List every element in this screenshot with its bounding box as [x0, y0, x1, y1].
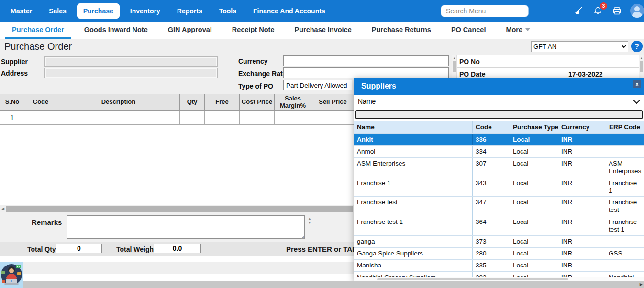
item-cell-qty[interactable]	[180, 111, 205, 125]
address-label: Address	[1, 69, 28, 77]
remarks-label: Remarks	[32, 218, 62, 226]
window-horizontal-scrollbar[interactable]: ▶	[0, 281, 644, 288]
nav-item-reports[interactable]: Reports	[171, 3, 209, 19]
tab-po-cancel[interactable]: PO Cancel	[444, 22, 493, 39]
nav-item-master[interactable]: Master	[4, 3, 38, 19]
supplier-row[interactable]: Nandhini Grocery Suppliers 282 Local INR…	[354, 272, 644, 277]
scrollbar-thumb[interactable]	[6, 206, 353, 212]
supplier-row[interactable]: Franchise test 347 Local INR Franchise t…	[354, 197, 644, 216]
suppliers-table: Name Code Purchase Type Currency ERP Cod…	[354, 121, 644, 277]
nav-item-tools[interactable]: Tools	[213, 3, 243, 19]
supplier-row[interactable]: Franchise 1 343 Local INR Franchise 1	[354, 177, 644, 197]
page-title: Purchase Order	[4, 41, 72, 52]
avatar-body-shape	[632, 12, 642, 18]
scroll-left-arrow-icon[interactable]: ◀	[0, 207, 6, 211]
supplier-row[interactable]: Ganga Spice Suppliers 280 Local INR GSS	[354, 248, 644, 260]
chat-avatar-illustration	[0, 262, 23, 288]
supplier-currency-cell: INR	[558, 197, 606, 216]
nav-item-purchase[interactable]: Purchase	[77, 3, 120, 19]
type-of-po-select[interactable]: Part Delivery Allowed	[283, 80, 352, 90]
supplier-currency-cell: INR	[558, 177, 606, 197]
help-icon[interactable]: ?	[631, 41, 643, 52]
supplier-row[interactable]: Franchise test 1 364 Local INR Franchise…	[354, 216, 644, 236]
supplier-label: Supplier	[1, 58, 28, 66]
item-cell-sales-margin[interactable]	[275, 111, 311, 125]
supplier-row[interactable]: Ankit 336 Local INR	[354, 134, 644, 146]
close-icon[interactable]: x	[633, 80, 641, 88]
textarea-spinner-icons[interactable]: ▲▼	[307, 216, 312, 225]
support-chat-widget[interactable]	[0, 262, 23, 288]
items-table-header: S.No Code Description Qty Free Cost Pric…	[0, 94, 355, 111]
scroll-right-arrow-icon[interactable]: ▶	[640, 282, 643, 287]
tab-receipt-note[interactable]: Receipt Note	[225, 22, 281, 39]
theme-brush-icon[interactable]	[573, 5, 584, 17]
supplier-erp-code-cell	[606, 236, 644, 247]
tab-purchase-returns[interactable]: Purchase Returns	[365, 22, 438, 39]
nav-item-finance-and-accounts[interactable]: Finance And Accounts	[247, 3, 332, 19]
supplier-name-cell: ASM Enterprises	[354, 158, 473, 177]
supplier-row[interactable]: ganga 373 Local INR	[354, 236, 644, 248]
tab-goods-inward-note[interactable]: Goods Inward Note	[78, 22, 155, 39]
scrollbar-thumb[interactable]	[377, 278, 568, 280]
po-date-value: 17-03-2022	[568, 70, 639, 78]
total-weight-field[interactable]	[154, 244, 201, 253]
supplier-filter-select[interactable]: Name	[354, 95, 644, 108]
scroll-up-arrow-icon[interactable]: ▲	[639, 55, 644, 61]
item-cell-cost-price[interactable]	[240, 111, 275, 125]
po-items-table: S.No Code Description Qty Free Cost Pric…	[0, 94, 355, 125]
supplier-code-cell: 364	[473, 216, 510, 235]
supplier-name-cell: Manisha	[354, 260, 473, 271]
remarks-textarea[interactable]	[67, 215, 305, 239]
supplier-row[interactable]: ASM Enterprises 307 Local INR ASM Enterp…	[354, 158, 644, 177]
keyboard-hint-text: Press ENTER or TAB t	[286, 245, 362, 253]
chevron-down-icon	[525, 28, 530, 31]
supplier-row[interactable]: Anmol 334 Local INR	[354, 146, 644, 158]
notification-count-badge: 3	[600, 2, 607, 10]
company-select[interactable]: GFT AN	[531, 41, 628, 52]
popup-horizontal-scrollbar[interactable]	[354, 277, 644, 281]
total-qty-label: Total Qty	[27, 245, 56, 253]
tab-purchase-invoice[interactable]: Purchase Invoice	[288, 22, 358, 39]
supplier-row[interactable]: Manisha 335 Local INR	[354, 260, 644, 272]
supplier-search-input[interactable]	[355, 110, 643, 119]
col-header-sno: S.No	[0, 94, 24, 111]
supplier-field[interactable]	[44, 56, 218, 67]
supplier-col-purchase-type: Purchase Type	[510, 121, 558, 133]
totals-bar: Total Qty Total Weight Press ENTER or TA…	[0, 242, 354, 256]
item-cell-description[interactable]	[57, 111, 180, 125]
item-cell-sell-price[interactable]	[311, 111, 355, 125]
item-row-1[interactable]: 1	[0, 111, 355, 125]
supplier-currency-cell: INR	[558, 134, 606, 145]
supplier-currency-cell: INR	[558, 216, 606, 235]
items-horizontal-scrollbar[interactable]: ◀	[0, 205, 354, 212]
total-qty-field[interactable]	[56, 244, 102, 253]
resize-grip-icon[interactable]: ◢	[300, 235, 304, 240]
supplier-name-cell: Ankit	[354, 134, 473, 145]
scrollbar-thumb[interactable]	[640, 61, 643, 72]
col-header-free: Free	[205, 94, 240, 111]
nav-item-inventory[interactable]: Inventory	[124, 3, 167, 19]
nav-item-sales[interactable]: Sales	[43, 3, 73, 19]
supplier-erp-code-cell: Franchise 1	[606, 177, 644, 197]
currency-label: Currency	[238, 57, 267, 65]
currency-field[interactable]	[283, 55, 449, 66]
supplier-purchase-type-cell: Local	[510, 177, 558, 197]
type-of-po-label: Type of PO	[238, 82, 273, 90]
supplier-col-name: Name	[354, 121, 473, 133]
scrollbar-thumb[interactable]	[453, 61, 456, 72]
suppliers-popup-header[interactable]: Suppliers x	[354, 78, 644, 95]
app-window: Master Sales Purchase Inventory Reports …	[0, 0, 644, 288]
notifications-bell-icon[interactable]: 3	[592, 5, 603, 17]
print-icon[interactable]	[611, 5, 622, 17]
search-menu-input[interactable]	[441, 5, 529, 17]
user-avatar[interactable]	[630, 4, 644, 18]
address-field[interactable]	[44, 68, 218, 78]
item-cell-code[interactable]	[24, 111, 57, 125]
tab-more[interactable]: More	[499, 22, 537, 39]
scroll-up-arrow-icon[interactable]: ▲	[452, 55, 456, 61]
supplier-col-code: Code	[473, 121, 510, 133]
tab-gin-approval[interactable]: GIN Approval	[161, 22, 219, 39]
exchange-rate-field[interactable]	[283, 67, 449, 78]
item-cell-free[interactable]	[205, 111, 240, 125]
tab-purchase-order[interactable]: Purchase Order	[5, 22, 71, 39]
